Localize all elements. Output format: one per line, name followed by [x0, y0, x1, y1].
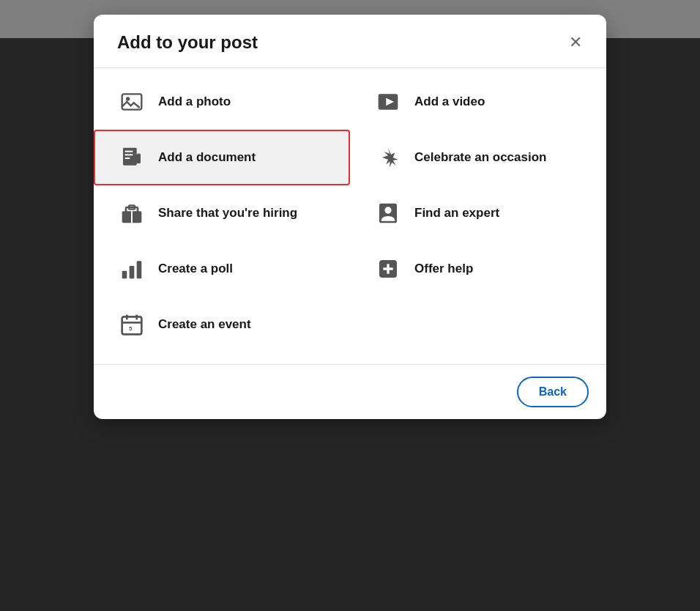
option-create-event[interactable]: 5 Create an event [94, 297, 350, 352]
option-celebrate-occasion[interactable]: Celebrate an occasion [350, 130, 606, 185]
svg-rect-17 [130, 266, 135, 278]
share-hiring-label: Share that you're hiring [158, 206, 297, 221]
svg-rect-7 [125, 158, 130, 159]
empty-cell [350, 297, 606, 352]
create-poll-label: Create a poll [158, 262, 233, 276]
close-button[interactable]: ✕ [562, 29, 589, 56]
celebrate-occasion-label: Celebrate an occasion [414, 150, 546, 165]
svg-rect-5 [125, 151, 133, 152]
svg-point-15 [384, 207, 391, 213]
expert-icon [373, 199, 403, 228]
option-add-document[interactable]: Add a document [94, 130, 350, 185]
add-to-post-modal: Add to your post ✕ Add a photo [94, 15, 606, 419]
option-add-photo[interactable]: Add a photo [94, 74, 350, 130]
modal-title: Add to your post [117, 32, 258, 53]
option-add-video[interactable]: Add a video [350, 74, 606, 130]
document-icon [117, 143, 146, 172]
find-expert-label: Find an expert [414, 206, 499, 221]
add-video-label: Add a video [414, 95, 485, 109]
svg-text:5: 5 [129, 325, 133, 332]
svg-rect-18 [137, 261, 142, 278]
close-icon: ✕ [569, 33, 582, 52]
back-button[interactable]: Back [517, 377, 589, 407]
options-grid: Add a photo Add a video [94, 74, 606, 352]
svg-rect-6 [125, 154, 133, 155]
add-document-label: Add a document [158, 150, 256, 165]
svg-rect-16 [122, 271, 127, 279]
video-icon [373, 87, 403, 116]
poll-icon [117, 254, 146, 284]
event-icon: 5 [117, 310, 146, 339]
option-create-poll[interactable]: Create a poll [94, 241, 350, 297]
svg-point-1 [126, 97, 130, 100]
photo-icon [117, 87, 146, 116]
offer-help-label: Offer help [414, 262, 473, 276]
celebrate-icon [373, 143, 403, 172]
option-find-expert[interactable]: Find an expert [350, 185, 606, 241]
option-share-hiring[interactable]: Share that you're hiring [94, 185, 350, 241]
modal-header: Add to your post ✕ [94, 15, 606, 68]
option-offer-help[interactable]: Offer help [350, 241, 606, 297]
add-photo-label: Add a photo [158, 95, 231, 109]
create-event-label: Create an event [158, 317, 251, 332]
svg-rect-8 [135, 154, 141, 163]
modal-footer: Back [94, 364, 606, 419]
hiring-icon [117, 199, 146, 228]
help-icon [373, 254, 403, 284]
svg-marker-9 [135, 154, 141, 155]
svg-rect-4 [123, 148, 137, 166]
modal-body: Add a photo Add a video [94, 68, 606, 364]
